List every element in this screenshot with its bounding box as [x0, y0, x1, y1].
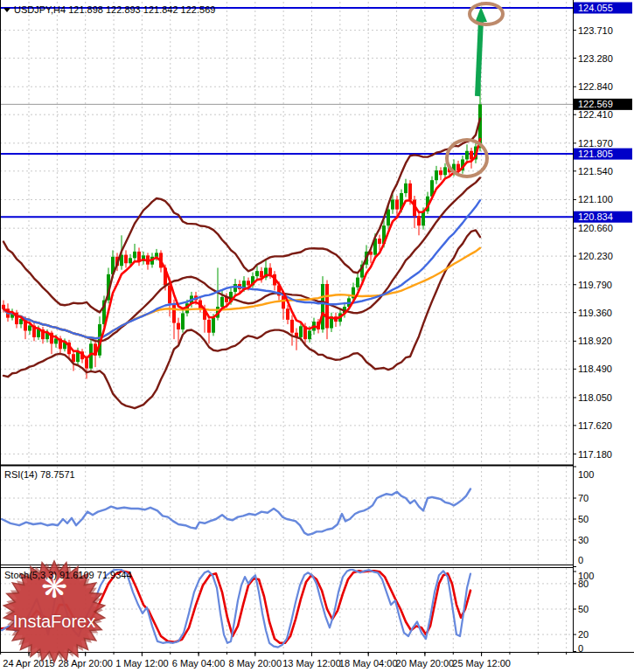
price-marker-label: 124.055	[578, 3, 613, 13]
candle-body	[325, 284, 329, 329]
time-tick-label: 6 May 04:00	[172, 658, 226, 669]
candle-body	[321, 284, 324, 329]
candle-body	[439, 170, 442, 175]
mid-ma-line	[3, 200, 480, 338]
rsi-scale-label: 0	[578, 555, 583, 565]
time-tick-label: 25 May 12:00	[452, 658, 511, 669]
candle-body	[408, 184, 412, 200]
instaforex-watermark-text: InstaForex	[1, 612, 108, 632]
time-tick-label: 8 May 20:00	[229, 658, 282, 669]
candle-body	[212, 318, 215, 333]
price-marker-label: 120.834	[578, 211, 613, 222]
rsi-scale-label: 30	[578, 535, 589, 545]
price-tick-label: 119.790	[578, 280, 612, 290]
stoch-scale-label: 0	[578, 643, 583, 654]
candle-body	[172, 303, 176, 322]
stochastic-indicator-label: Stoch(5,3,3) 91.6109 71.9344	[4, 570, 132, 580]
time-tick-label: 13 May 12:00	[282, 658, 341, 669]
grid-layer	[0, 2, 573, 652]
time-axis[interactable]: 24 Apr 201528 Apr 20:001 May 12:006 May …	[1, 652, 567, 669]
price-axis[interactable]: 123.710123.280122.840122.410121.970121.5…	[573, 3, 632, 655]
bollinger-upper-band	[3, 119, 480, 313]
stoch-scale-label: 80	[578, 578, 589, 589]
price-tick-label: 122.410	[578, 109, 613, 120]
candle-body	[255, 271, 259, 276]
candle-body	[177, 323, 180, 329]
rsi-scale-label: 50	[578, 514, 589, 524]
candle-body	[286, 308, 289, 320]
price-marker-label: 122.569	[578, 99, 613, 109]
bollinger-middle-band	[3, 177, 480, 341]
indicator-layer	[3, 119, 480, 409]
price-tick-label: 118.920	[578, 336, 612, 346]
chart-dropdown-icon[interactable]	[3, 8, 10, 12]
candle-body	[308, 330, 311, 339]
price-tick-label: 121.970	[578, 138, 613, 149]
candle-body	[247, 281, 250, 285]
price-tick-label: 120.660	[578, 223, 613, 233]
rsi-layer	[2, 489, 470, 536]
price-tick-label: 122.840	[578, 81, 613, 92]
candle-body	[417, 216, 421, 225]
chart-title: USDJPY,H4 121.898 122.893 121.842 122.56…	[14, 4, 215, 15]
candle-body	[395, 199, 399, 209]
rsi-indicator-label: RSI(14) 78.7571	[4, 469, 75, 480]
candle-body	[181, 313, 185, 329]
candle-body	[133, 252, 136, 258]
candle-body	[129, 258, 132, 263]
rsi-scale-label: 70	[578, 493, 589, 503]
price-tick-label: 121.540	[578, 166, 613, 177]
price-tick-label: 119.360	[578, 308, 612, 318]
time-tick-label: 1 May 12:00	[115, 658, 169, 669]
trend-arrow-shaft	[477, 19, 481, 96]
time-tick-label: 20 May 20:00	[396, 658, 455, 669]
price-tick-label: 118.490	[578, 364, 612, 374]
candle-body	[282, 295, 285, 308]
candle-body	[290, 320, 294, 333]
stoch-scale-label: 50	[578, 604, 589, 614]
candle-body	[443, 167, 447, 175]
candle-body	[28, 326, 31, 331]
price-tick-label: 117.620	[578, 420, 612, 431]
candle-body	[124, 255, 128, 264]
mt4-chart-window: 123.710123.280122.840122.410121.970121.5…	[0, 0, 634, 672]
rsi-scale-label: 100	[578, 469, 594, 480]
fast-ma-line	[3, 139, 480, 359]
trend-arrow-head	[475, 7, 487, 23]
price-tick-label: 123.280	[578, 53, 613, 64]
price-tick-label: 120.230	[578, 251, 613, 261]
candle-body	[233, 284, 237, 292]
candle-body	[404, 184, 408, 193]
stoch-scale-label: 20	[578, 629, 589, 640]
price-tick-label: 123.710	[578, 25, 613, 36]
candle-body	[356, 278, 359, 288]
candle-body	[387, 210, 390, 226]
candle-body	[220, 297, 224, 307]
candle-body	[435, 170, 438, 180]
price-marker-label: 121.805	[578, 149, 613, 159]
rsi-line	[2, 489, 470, 536]
price-tick-label: 117.180	[578, 449, 612, 460]
candle-body	[207, 320, 211, 333]
candle-body	[422, 211, 425, 225]
candle-body	[155, 253, 158, 256]
price-tick-label: 121.100	[578, 194, 613, 204]
time-tick-label: 24 Apr 2015	[3, 658, 54, 669]
candle-body	[85, 359, 88, 368]
candle-body	[391, 199, 394, 209]
price-tick-label: 118.050	[578, 392, 612, 403]
candle-body	[465, 151, 469, 160]
candle-body	[299, 326, 303, 337]
candle-body	[378, 239, 381, 244]
candle-body	[268, 267, 272, 274]
chart-title-bar: USDJPY,H4 121.898 122.893 121.842 122.56…	[3, 4, 215, 15]
time-tick-label: 18 May 04:00	[339, 658, 398, 669]
